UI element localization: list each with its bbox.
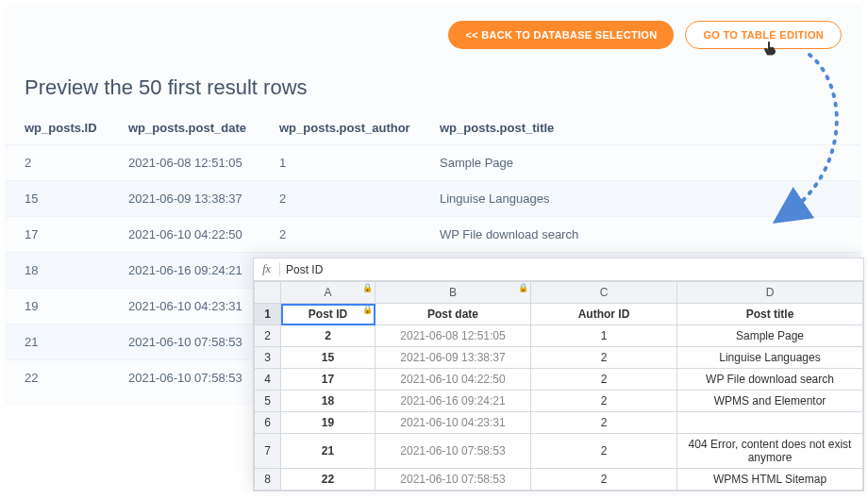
cell-b1[interactable]: Post date	[376, 304, 531, 325]
spreadsheet-table[interactable]: A🔒 B🔒 C D 1 Post ID🔒 Post date Author ID…	[254, 281, 863, 491]
col-letter-d[interactable]: D	[677, 282, 863, 304]
table-cell: 2	[260, 181, 421, 217]
back-to-database-button[interactable]: << BACK TO DATABASE SELECTION	[448, 21, 674, 49]
col-letter-c[interactable]: C	[531, 282, 677, 304]
table-cell: Linguise Languages	[421, 181, 860, 217]
spreadsheet-panel: fx Post ID A🔒 B🔒 C D 1 Post ID🔒 Post dat…	[253, 258, 864, 491]
spreadsheet-cell[interactable]: 2021-06-10 04:23:31	[376, 412, 531, 434]
table-cell: 2	[6, 145, 109, 181]
go-to-table-edition-button[interactable]: GO TO TABLE EDITION	[685, 21, 842, 49]
spreadsheet-cell[interactable]: 19	[281, 412, 376, 434]
table-row: 8222021-06-10 07:58:532WPMS HTML Sitemap	[255, 469, 863, 491]
table-cell: 2021-06-10 04:22:50	[109, 217, 260, 253]
spreadsheet-cell[interactable]: 15	[281, 347, 376, 369]
row-number[interactable]: 2	[255, 325, 281, 347]
table-cell: 15	[6, 181, 109, 217]
spreadsheet-cell[interactable]: WPMS HTML Sitemap	[677, 469, 863, 491]
table-cell: 17	[6, 217, 109, 253]
lock-icon: 🔒	[362, 305, 373, 314]
row-number[interactable]: 1	[255, 304, 281, 325]
spreadsheet-cell[interactable]: 2	[531, 434, 677, 469]
cell-d1[interactable]: Post title	[677, 304, 863, 325]
spreadsheet-cell[interactable]: 2	[531, 469, 677, 491]
table-row: 152021-06-09 13:38:372Linguise Languages	[6, 181, 860, 217]
spreadsheet-cell[interactable]: WP File download search	[677, 369, 863, 391]
table-cell: 2021-06-16 09:24:21	[109, 253, 260, 289]
table-cell: 2021-06-09 13:38:37	[109, 181, 260, 217]
fx-icon: fx	[254, 262, 280, 276]
table-row: 5182021-06-16 09:24:212WPMS and Elemento…	[255, 391, 863, 412]
spreadsheet-cell[interactable]: 2	[531, 412, 677, 434]
row-number[interactable]: 6	[255, 412, 281, 434]
table-cell: 2	[260, 217, 421, 253]
table-cell: 2021-06-10 07:58:53	[109, 324, 260, 360]
formula-bar-value[interactable]: Post ID	[280, 263, 323, 276]
table-cell: 2021-06-08 12:51:05	[109, 145, 260, 181]
spreadsheet-cell[interactable]: 2	[531, 369, 677, 391]
spreadsheet-cell[interactable]	[677, 412, 863, 434]
spreadsheet-cell[interactable]: 2021-06-10 04:22:50	[376, 369, 531, 391]
spreadsheet-cell[interactable]: 22	[281, 469, 376, 491]
col-letter-b[interactable]: B🔒	[376, 282, 531, 304]
row-number[interactable]: 3	[255, 347, 281, 369]
lock-icon: 🔒	[362, 283, 373, 292]
table-row: 22021-06-08 12:51:051Sample Page	[6, 145, 860, 181]
row-number[interactable]: 7	[255, 434, 281, 469]
table-row: 7212021-06-10 07:58:532404 Error, conten…	[255, 434, 863, 469]
spreadsheet-cell[interactable]: 21	[281, 434, 376, 469]
preview-title: Preview the 50 first result rows	[6, 49, 860, 111]
spreadsheet-cell[interactable]: 2021-06-10 07:58:53	[376, 469, 531, 491]
cell-c1[interactable]: Author ID	[531, 304, 677, 325]
table-cell: 22	[6, 360, 109, 396]
col-letter-a[interactable]: A🔒	[281, 282, 376, 304]
spreadsheet-cell[interactable]: 18	[281, 391, 376, 412]
table-row: 4172021-06-10 04:22:502WP File download …	[255, 369, 863, 391]
spreadsheet-cell[interactable]: 2021-06-09 13:38:37	[376, 347, 531, 369]
table-row: 172021-06-10 04:22:502WP File download s…	[6, 217, 860, 253]
preview-col-id: wp_posts.ID	[6, 111, 109, 145]
spreadsheet-cell[interactable]: 2	[531, 347, 677, 369]
spreadsheet-cell[interactable]: WPMS and Elementor	[677, 391, 863, 412]
preview-col-date: wp_posts.post_date	[109, 111, 260, 145]
preview-header-row: wp_posts.ID wp_posts.post_date wp_posts.…	[6, 111, 860, 145]
spreadsheet-cell[interactable]: Sample Page	[677, 325, 863, 347]
row-number[interactable]: 8	[255, 469, 281, 491]
spreadsheet-cell[interactable]: 17	[281, 369, 376, 391]
column-letter-row: A🔒 B🔒 C D	[255, 282, 863, 304]
row-number[interactable]: 5	[255, 391, 281, 412]
cell-a1[interactable]: Post ID🔒	[281, 304, 376, 325]
table-cell: 2021-06-10 07:58:53	[109, 360, 260, 396]
preview-col-author: wp_posts.post_author	[260, 111, 421, 145]
table-cell: 21	[6, 324, 109, 360]
spreadsheet-cell[interactable]: 2021-06-08 12:51:05	[376, 325, 531, 347]
table-cell: Sample Page	[421, 145, 860, 181]
spreadsheet-cell[interactable]: 2021-06-16 09:24:21	[376, 391, 531, 412]
row-number[interactable]: 4	[255, 369, 281, 391]
formula-bar: fx Post ID	[254, 258, 863, 281]
spreadsheet-cell[interactable]: 2	[281, 325, 376, 347]
table-row: 3152021-06-09 13:38:372Linguise Language…	[255, 347, 863, 369]
table-cell: 19	[6, 289, 109, 324]
spreadsheet-cell[interactable]: Linguise Languages	[677, 347, 863, 369]
preview-col-title: wp_posts.post_title	[421, 111, 860, 145]
spreadsheet-cell[interactable]: 2021-06-10 07:58:53	[376, 434, 531, 469]
spreadsheet-cell[interactable]: 1	[531, 325, 677, 347]
spreadsheet-cell[interactable]: 2	[531, 391, 677, 412]
table-cell: 1	[260, 145, 421, 181]
header-row: 1 Post ID🔒 Post date Author ID Post titl…	[255, 304, 863, 325]
table-cell: WP File download search	[421, 217, 860, 253]
spreadsheet-cell[interactable]: 404 Error, content does not exist anymor…	[677, 434, 863, 469]
table-row: 6192021-06-10 04:23:312	[255, 412, 863, 434]
table-cell: 18	[6, 253, 109, 289]
table-cell: 2021-06-10 04:23:31	[109, 289, 260, 324]
lock-icon: 🔒	[518, 283, 528, 292]
select-all-corner[interactable]	[255, 282, 281, 304]
table-row: 222021-06-08 12:51:051Sample Page	[255, 325, 863, 347]
top-button-row: << BACK TO DATABASE SELECTION GO TO TABL…	[6, 6, 860, 49]
